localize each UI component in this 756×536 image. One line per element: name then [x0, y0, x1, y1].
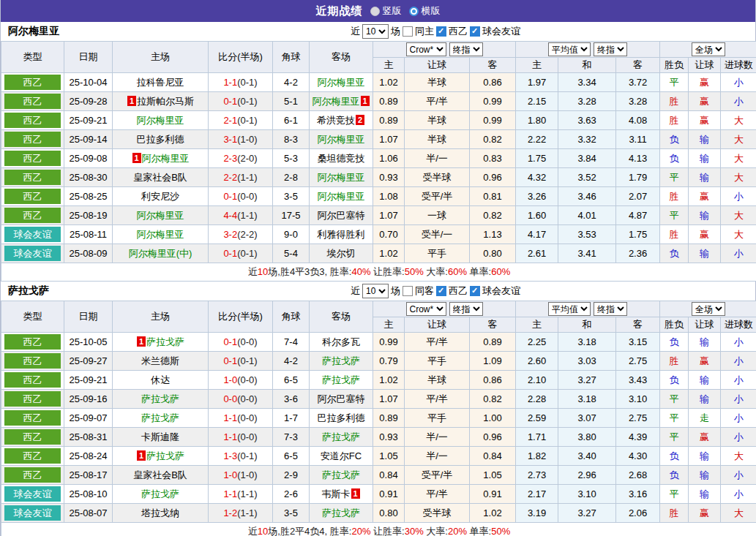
away-team-cell: 韦斯卡1 [310, 485, 373, 504]
average-final-select[interactable]: 终指 [594, 42, 627, 56]
avg-home-odds: 2.15 [516, 92, 558, 111]
halftime-score: (0-0) [237, 412, 257, 423]
page-title: 近期战绩 [316, 4, 363, 18]
vertical-layout-radio[interactable] [370, 7, 380, 16]
bookmaker-select[interactable]: Crow* [406, 302, 446, 316]
avg-home-odds: 2.22 [516, 130, 558, 149]
result-goals: 小 [721, 371, 756, 390]
home-team-name: 萨拉戈萨 [146, 450, 184, 461]
handicap-home-odds: 1.07 [373, 390, 405, 409]
bookmaker-select[interactable]: Crow* [406, 42, 446, 56]
corner-count: 5-4 [273, 244, 310, 263]
match-type-badge: 西乙 [4, 448, 61, 464]
same-venue-checkbox[interactable] [403, 26, 413, 37]
match-count-select[interactable]: 10 [362, 24, 389, 39]
match-count-select[interactable]: 10 [362, 284, 389, 298]
match-date: 25-08-25 [64, 187, 113, 206]
summary-segment: 让胜率: [370, 526, 404, 536]
match-row: 球会友谊 25-08-07 塔拉戈纳 1-2(1-1) 3-5 萨拉戈萨 0.8… [1, 504, 756, 523]
layout-option-horizontal[interactable]: 横版 [409, 4, 441, 18]
result-outcome: 平 [660, 390, 689, 409]
halftime-score: (0-0) [237, 191, 257, 202]
subcol-goals: 进球数 [721, 317, 756, 333]
average-select[interactable]: 平均值 [548, 302, 591, 316]
layout-option-vertical[interactable]: 竖版 [370, 4, 402, 18]
results-table: 类型 日期 主场 比分(半场) 角球 客场 Crow*终指 平均值终指 全场 [1, 301, 756, 536]
avg-away-odds: 3.10 [616, 390, 660, 409]
friendly-checkbox[interactable] [470, 26, 480, 37]
summary-row: 近10场,胜2平4负4, 胜率:20% 让胜率:30% 大率:20% 单率:50… [1, 523, 756, 536]
home-team-name: 巴拉多利德 [137, 134, 184, 145]
handicap-home-odds: 0.89 [373, 111, 405, 130]
scope-select[interactable]: 全场 [692, 302, 725, 316]
match-row: 西乙 25-09-21 休达 1-0(0-0) 6-5 萨拉戈萨 1.02 半球… [1, 371, 756, 390]
handicap-home-odds: 0.84 [373, 466, 405, 485]
result-handicap: 输 [689, 390, 721, 409]
result-handicap: 输 [689, 130, 721, 149]
near-label: 近 [351, 284, 360, 298]
summary-segment: 50% [491, 526, 510, 536]
match-row: 西乙 25-09-21 阿尔梅里亚 2-1(0-1) 6-1 希洪竞技2 0.8… [1, 111, 756, 130]
league-checkbox[interactable] [436, 286, 446, 296]
match-type-badge: 西乙 [4, 170, 61, 185]
halftime-score: (1-1) [237, 210, 257, 221]
avg-home-odds: 1.80 [516, 111, 558, 130]
average-final-select[interactable]: 终指 [594, 302, 627, 316]
friendly-checkbox[interactable] [470, 286, 480, 296]
corner-count: 7-3 [273, 428, 310, 447]
home-team-name: 利安尼沙 [141, 191, 179, 202]
away-team-name: 阿尔梅里亚 [312, 96, 360, 107]
recent-results-page: 近期战绩 竖版 横版 阿尔梅里亚 近 10 场 同主 西乙 球会友谊 [0, 0, 756, 536]
avg-away-odds: 2.36 [616, 244, 660, 263]
handicap-home-odds: 1.06 [373, 149, 405, 168]
fulltime-score: 1-2 [223, 507, 237, 518]
average-select[interactable]: 平均值 [548, 42, 591, 56]
halftime-score: (0-1) [237, 355, 257, 366]
match-date: 25-08-31 [64, 428, 113, 447]
away-team-name: 萨拉戈萨 [322, 507, 360, 518]
avg-home-odds: 1.71 [516, 428, 558, 447]
fulltime-score: 2-1 [223, 115, 237, 126]
home-team-name: 米兰德斯 [141, 355, 179, 366]
avg-draw-odds: 3.84 [558, 149, 616, 168]
corner-count: 5-1 [273, 92, 310, 111]
subcol-avg-away: 客 [616, 317, 660, 333]
horizontal-layout-radio[interactable] [409, 7, 419, 16]
handicap-final-select[interactable]: 终指 [449, 302, 483, 316]
match-type-badge: 西乙 [4, 151, 61, 166]
avg-home-odds: 4.32 [516, 168, 558, 187]
scope-select[interactable]: 全场 [692, 42, 725, 56]
away-team-name: 阿尔梅里亚 [318, 172, 365, 183]
league-checkbox[interactable] [436, 26, 446, 37]
same-venue-checkbox[interactable] [403, 286, 413, 296]
handicap-line: 平手 [405, 352, 470, 371]
handicap-away-odds: 0.99 [470, 111, 516, 130]
avg-home-odds: 2.60 [516, 352, 558, 371]
summary-segment: 30% [405, 526, 424, 536]
handicap-final-select[interactable]: 终指 [449, 42, 483, 56]
away-team-cell: 阿尔巴塞特 [310, 206, 373, 225]
fulltime-score: 1-3 [223, 450, 237, 461]
match-type-cell: 西乙 [1, 466, 64, 485]
away-team-cell: 埃尔切 [310, 244, 373, 263]
result-goals: 大 [721, 168, 756, 187]
result-handicap: 输 [689, 466, 721, 485]
match-type-cell: 西乙 [1, 390, 64, 409]
match-row: 西乙 25-08-24 1萨拉戈萨 1-3(0-1) 6-5 安道尔FC 1.0… [1, 447, 756, 466]
score-cell: 0-0(0-0) [209, 390, 273, 409]
match-type-cell: 西乙 [1, 168, 64, 187]
home-team-name: 阿尔梅里亚 [137, 229, 184, 240]
result-outcome: 胜 [660, 225, 689, 244]
away-team-cell: 萨拉戈萨 [310, 428, 373, 447]
match-filters: 近 10 场 同主 西乙 球会友谊 [351, 22, 520, 41]
match-type-cell: 西乙 [1, 428, 64, 447]
match-date: 25-09-28 [64, 92, 113, 111]
score-cell: 0-1(0-1) [209, 92, 273, 111]
result-handicap: 输 [689, 206, 721, 225]
match-type-cell: 西乙 [1, 447, 64, 466]
home-team-name: 萨拉戈萨 [141, 412, 179, 423]
header-group-row: 类型 日期 主场 比分(半场) 角球 客场 Crow*终指 平均值终指 全场 [1, 301, 756, 317]
halftime-score: (0-1) [237, 77, 257, 88]
league-label: 西乙 [449, 284, 468, 298]
corner-count: 3-5 [273, 504, 310, 523]
